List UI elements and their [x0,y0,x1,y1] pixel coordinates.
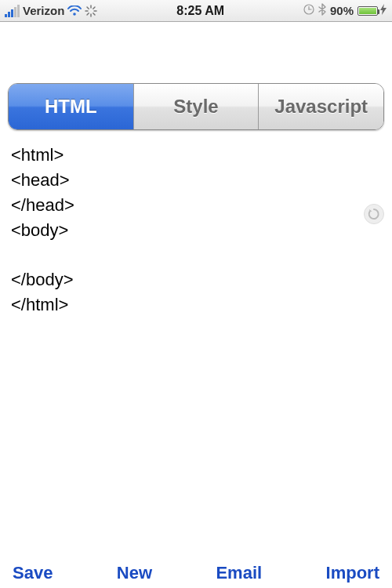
import-button[interactable]: Import [326,563,379,583]
wifi-icon [67,5,82,16]
charging-icon [379,4,387,17]
new-button[interactable]: New [117,563,152,583]
svg-point-0 [74,13,77,16]
tab-html[interactable]: HTML [9,84,134,129]
svg-line-6 [93,13,95,14]
refresh-button[interactable] [364,204,384,224]
battery-percent: 90% [330,4,354,17]
loading-spinner-icon [85,5,97,17]
email-button[interactable]: Email [216,563,262,583]
clock-icon [303,4,314,17]
status-bar: Verizon 8:25 A [0,0,392,22]
svg-line-8 [93,7,95,9]
refresh-icon [368,208,380,220]
svg-line-7 [87,13,89,14]
code-editor[interactable]: <html> <head> </head> <body> </body> </h… [0,130,392,330]
status-time: 8:25 AM [176,4,224,18]
save-button[interactable]: Save [13,563,53,583]
svg-line-5 [87,7,89,9]
carrier-label: Verizon [23,4,64,17]
tab-javascript[interactable]: Javascript [259,84,383,129]
tab-style[interactable]: Style [134,84,260,129]
battery-icon [358,4,387,17]
signal-bars-icon [5,5,20,17]
status-right: 90% [303,3,387,18]
status-left: Verizon [5,4,97,17]
tab-segmented-control: HTML Style Javascript [8,83,384,130]
bluetooth-icon [318,3,326,18]
bottom-toolbar: Save New Email Import [0,563,392,583]
